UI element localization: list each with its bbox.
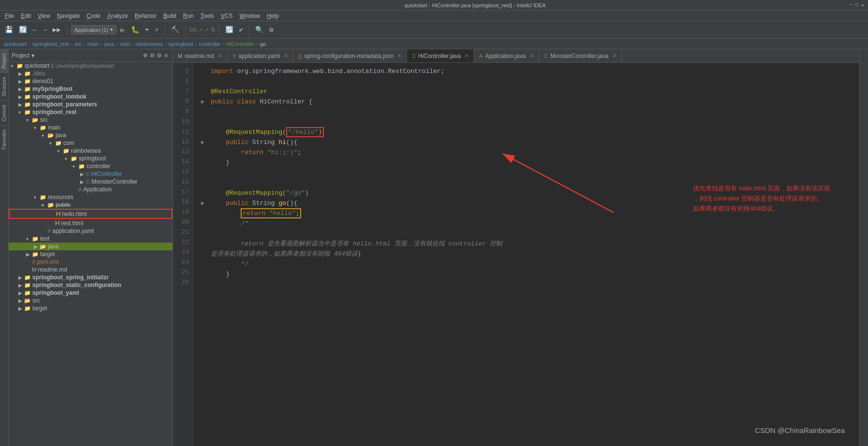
tree-item-test-java[interactable]: ▶ 📂 java (9, 243, 173, 250)
tree-item-static-config[interactable]: ▶ 📁 springboot_static_configuration (9, 281, 173, 289)
save-all-button[interactable]: 💾 (3, 25, 15, 35)
run-anything-button[interactable]: ▶▶ (51, 25, 63, 35)
menu-window[interactable]: Window (236, 12, 263, 20)
tree-item-springboot-pkg[interactable]: ▾ 📁 springboot (9, 155, 173, 162)
bc-hicontroller[interactable]: HiController (226, 41, 254, 47)
maximize-button[interactable]: □ (855, 2, 858, 8)
tab-application[interactable]: A Application.java ✕ (474, 49, 539, 62)
menu-navigate[interactable]: Navigate (54, 12, 83, 20)
settings-gear-icon[interactable]: ⚙ (156, 51, 162, 59)
tree-item-target[interactable]: ▶ 📁 target (9, 250, 173, 258)
menu-file[interactable]: File (2, 12, 17, 20)
tree-item-springboot-lombok[interactable]: ▶ 📁 springboot_lombok (9, 93, 173, 101)
tree-item-src[interactable]: ▾ 📂 src (9, 116, 173, 124)
bc-java[interactable]: java (104, 41, 114, 47)
menu-analyze[interactable]: Analyze (104, 12, 131, 20)
menu-build[interactable]: Build (160, 12, 179, 20)
tree-item-controller-pkg[interactable]: ▾ 📁 controller (9, 162, 173, 170)
tab-readme[interactable]: M readme.md ✕ (173, 49, 228, 62)
menu-code[interactable]: Code (84, 12, 103, 20)
tab-springconfig-close[interactable]: ✕ (397, 53, 402, 59)
minimize-button[interactable]: ─ (850, 2, 853, 8)
menu-help[interactable]: Help (264, 12, 282, 20)
tree-item-myspringboot[interactable]: ▶ 📁 mySpringBoot (9, 85, 173, 93)
menu-run[interactable]: Run (180, 12, 197, 20)
tree-item-idea[interactable]: ▶ 📁 .idea (9, 70, 173, 77)
commit-tab[interactable]: Commit (0, 101, 8, 125)
bc-quickstart[interactable]: quickstart (4, 41, 27, 47)
tab-appyaml[interactable]: Y application.yaml ✕ (228, 49, 293, 62)
run-configuration-selector[interactable]: Application (1) ▾ (71, 25, 116, 34)
tree-item-spring-initializr[interactable]: ▶ 📁 springboot_spring_initializr (9, 273, 173, 281)
find-button[interactable]: 🔍 (253, 25, 265, 35)
tree-item-monstercontroller[interactable]: ▶ C MonsterController (9, 178, 173, 186)
debug-button[interactable]: 🐛 (129, 25, 141, 35)
git-status: Git: ✓ ✓ ⇅ (189, 27, 215, 33)
back-button[interactable]: ← (31, 25, 39, 35)
project-tab[interactable]: Project (0, 49, 8, 72)
tab-application-close[interactable]: ✕ (530, 53, 534, 59)
readme-icon: M (178, 53, 182, 59)
coverage-button[interactable]: ☂ (143, 25, 151, 35)
tree-item-test[interactable]: ▾ 📁 test (9, 235, 173, 243)
tab-monstercontroller[interactable]: C MonsterController.java ✕ (539, 49, 622, 62)
tree-item-readme[interactable]: ▶ M readme.md (9, 266, 173, 273)
structure-tab[interactable]: Structure (0, 72, 8, 101)
tab-hicontroller[interactable]: C HiController.java ✕ (407, 49, 474, 62)
forward-button[interactable]: → (41, 25, 48, 35)
tree-item-hicontroller[interactable]: ▶ C HiController (9, 170, 173, 178)
tree-item-com[interactable]: ▾ 📁 com (9, 139, 173, 147)
tree-item-java[interactable]: ▾ 📂 java (9, 131, 173, 139)
menu-vcs[interactable]: VCS (218, 12, 236, 20)
bc-main[interactable]: main (87, 41, 99, 47)
tab-monstercontroller-close[interactable]: ✕ (612, 53, 617, 59)
tab-readme-close[interactable]: ✕ (218, 53, 222, 59)
tree-item-springboot-rest[interactable]: ▾ 📁 springboot_rest (9, 108, 173, 116)
collapse-all-button[interactable]: ⊟ (149, 51, 156, 59)
bc-com[interactable]: com (120, 41, 130, 47)
tree-item-application[interactable]: ▶ A Application (9, 186, 173, 193)
close-button[interactable]: ✕ (861, 2, 864, 8)
menu-tools[interactable]: Tools (198, 12, 217, 20)
profile-button[interactable]: ⚡ (153, 25, 160, 35)
window-controls[interactable]: ─ □ ✕ (850, 2, 864, 8)
tree-item-public[interactable]: ▾ 📁 public (9, 201, 173, 209)
run-button[interactable]: ▶ (118, 24, 127, 36)
tab-appyaml-close[interactable]: ✕ (284, 53, 288, 59)
tree-item-main[interactable]: ▾ 📁 main (9, 124, 173, 131)
bc-springboot-rest[interactable]: springboot_rest (32, 41, 69, 47)
code-line-24: */ (201, 259, 859, 270)
tree-item-src2[interactable]: ▶ 📂 src (9, 297, 173, 304)
tab-springconfig[interactable]: {} spring-configuration-metadata.json ✕ (293, 49, 407, 62)
tree-item-springboot-parameters[interactable]: ▶ 📁 springboot_parameters (9, 101, 173, 108)
menu-edit[interactable]: Edit (18, 12, 34, 20)
update-project-button[interactable]: 🔃 (223, 25, 235, 35)
favorites-tab[interactable]: Favorites (0, 125, 8, 153)
code-content[interactable]: import org.springframework.web.bind.anno… (193, 63, 859, 446)
close-panel-button[interactable]: ✕ (163, 51, 170, 59)
tree-item-quickstart[interactable]: ▾ 📁 quickstart E:\Java\SpringBoot\quicks… (9, 62, 173, 70)
watermark: CSDN @ChinaRainbowSea (755, 425, 845, 436)
build-button[interactable]: 🔨 (169, 25, 181, 35)
bc-src[interactable]: src (74, 41, 82, 47)
menu-view[interactable]: View (35, 12, 53, 20)
bc-rainbowsea[interactable]: rainbowsea (135, 41, 162, 47)
tree-item-hello-html[interactable]: ▶ H hello.html (9, 209, 173, 219)
tab-hicontroller-close[interactable]: ✕ (464, 53, 469, 59)
tree-item-rainbowsea[interactable]: ▾ 📁 rainbowsea (9, 147, 173, 155)
tree-item-demo01[interactable]: ▶ 📁 demo01 (9, 77, 173, 85)
tree-item-pom-xml[interactable]: ▶ X pom.xml (9, 258, 173, 266)
tree-item-springboot-yaml[interactable]: ▶ 📁 springboot_yaml (9, 289, 173, 297)
commit-button[interactable]: ✔ (237, 25, 245, 35)
bc-controller[interactable]: controller (199, 41, 220, 47)
tree-item-rest-html[interactable]: ▶ H rest.html (9, 219, 173, 227)
tree-item-target2[interactable]: ▶ 📁 target (9, 304, 173, 312)
menu-refactor[interactable]: Refactor (132, 12, 159, 20)
settings-button[interactable]: ⚙ (267, 25, 275, 35)
tree-item-resources[interactable]: ▾ 📁 resources (9, 193, 173, 201)
locate-file-button[interactable]: ⊕ (142, 51, 148, 59)
bc-springboot[interactable]: springboot (168, 41, 193, 47)
bc-go-method[interactable]: go (260, 41, 266, 47)
tree-item-application-yaml[interactable]: ▶ Y application.yaml (9, 227, 173, 235)
synchronize-button[interactable]: 🔄 (17, 25, 29, 35)
